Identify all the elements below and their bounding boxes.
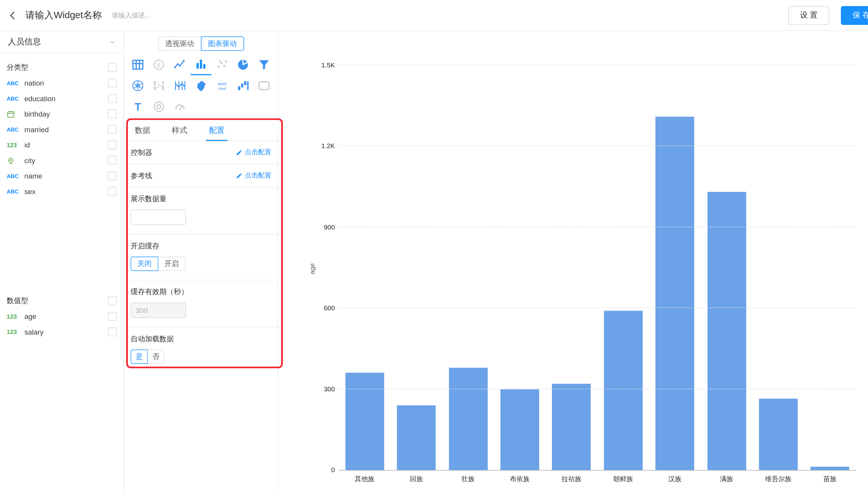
section-checkbox[interactable] [108, 63, 117, 72]
location-pin-icon [7, 156, 24, 165]
iframe-chart-icon[interactable] [253, 75, 274, 96]
field-label: name [24, 172, 42, 180]
svg-text:8: 8 [157, 62, 161, 68]
string-type-icon: ABC [7, 95, 24, 102]
bar-苗族[interactable] [811, 467, 849, 470]
widget-name-input[interactable]: 请输入Widget名称 [26, 9, 102, 22]
string-type-icon: ABC [7, 189, 24, 195]
bar-slot [442, 66, 494, 470]
gridline [339, 227, 856, 227]
panel-tabs: 数据 样式 配置 [124, 121, 278, 141]
field-salary[interactable]: 123 salary [0, 324, 124, 339]
field-checkbox[interactable] [108, 110, 117, 118]
tab-style[interactable]: 样式 [161, 121, 198, 141]
field-label: salary [24, 327, 44, 336]
field-checkbox[interactable] [108, 327, 117, 336]
field-checkbox[interactable] [108, 187, 117, 196]
field-checkbox[interactable] [108, 171, 117, 180]
bar-拉祜族[interactable] [552, 384, 591, 470]
field-id[interactable]: 123 id [0, 137, 124, 153]
x-tick-label: 回族 [390, 474, 442, 484]
autoload-no-button[interactable]: 否 [148, 350, 164, 364]
bar-slot [339, 66, 390, 470]
x-tick-label: 朝鲜族 [597, 474, 649, 484]
tab-config[interactable]: 配置 [198, 121, 235, 141]
field-checkbox[interactable] [108, 94, 117, 103]
section-checkbox[interactable] [108, 296, 117, 305]
map-chart-icon[interactable] [190, 75, 212, 96]
dualaxis-chart-icon[interactable] [169, 96, 190, 117]
line-chart-icon[interactable] [169, 54, 190, 75]
reference-configure-link[interactable]: 点击配置 [236, 171, 271, 180]
number-type-icon: 123 [7, 328, 24, 335]
field-label: id [24, 141, 30, 149]
number-type-icon: 123 [7, 313, 24, 320]
back-button[interactable] [0, 0, 26, 31]
tab-data[interactable]: 数据 [124, 121, 161, 141]
scorecard-chart-icon[interactable]: 8 [148, 54, 169, 75]
pivot-mode-button[interactable]: 透视驱动 [158, 36, 201, 51]
string-type-icon: ABC [7, 80, 24, 86]
bar-朝鲜族[interactable] [604, 311, 642, 470]
field-label: nation [24, 79, 44, 87]
field-name[interactable]: ABC name [0, 168, 124, 183]
bar-维吾尔族[interactable] [759, 398, 798, 470]
bar-汉族[interactable] [655, 117, 694, 470]
autoload-yes-button[interactable]: 是 [131, 350, 148, 364]
bar-回族[interactable] [397, 405, 436, 470]
field-education[interactable]: ABC education [0, 91, 124, 106]
field-sex[interactable]: ABC sex [0, 183, 124, 199]
richtext-chart-icon[interactable]: T [127, 96, 148, 117]
chart-mode-button[interactable]: 图表驱动 [201, 36, 244, 51]
controller-configure-link[interactable]: 点击配置 [236, 147, 271, 157]
display-limit-input[interactable] [131, 209, 186, 225]
field-age[interactable]: 123 age [0, 309, 124, 324]
sankey-chart-icon[interactable] [148, 75, 169, 96]
field-checkbox[interactable] [108, 79, 117, 87]
reference-line-label: 参考线 [131, 171, 153, 180]
x-tick-label: 满族 [701, 474, 753, 484]
bar-chart-icon[interactable] [190, 54, 212, 75]
bar-布依族[interactable] [500, 389, 539, 470]
table-chart-icon[interactable] [127, 54, 148, 75]
bar-slot [390, 66, 442, 470]
gauge-chart-icon[interactable] [148, 96, 169, 117]
cache-off-button[interactable]: 关闭 [131, 257, 159, 271]
bar-slot [804, 66, 856, 470]
chevron-left-icon [8, 10, 18, 20]
field-nation[interactable]: ABC nation [0, 75, 124, 91]
cache-toggle: 关闭 开启 [131, 257, 271, 271]
field-checkbox[interactable] [108, 125, 117, 134]
field-checkbox[interactable] [108, 156, 117, 165]
cache-on-button[interactable]: 开启 [158, 257, 185, 271]
display-limit-group: 展示数据量 [124, 187, 278, 234]
field-checkbox[interactable] [108, 141, 117, 149]
chevron-down-icon [109, 38, 116, 45]
waterfall-chart-icon[interactable] [232, 75, 253, 96]
funnel-chart-icon[interactable] [253, 54, 274, 75]
configure-link-text: 点击配置 [245, 171, 271, 180]
chart-canvas: age 其他族回族壮族布依族拉祜族朝鲜族汉族满族维吾尔族苗族 030060090… [278, 31, 868, 491]
bar-壮族[interactable] [449, 368, 487, 470]
controller-label: 控制器 [131, 147, 153, 157]
section-spacer [0, 199, 124, 293]
wordcloud-chart-icon[interactable]: wordcloud [212, 75, 233, 96]
dataset-selector[interactable]: 人员信息 [0, 31, 124, 53]
scatter-chart-icon[interactable] [212, 54, 233, 75]
bar-满族[interactable] [707, 192, 746, 470]
pie-chart-icon[interactable] [232, 54, 253, 75]
field-birthday[interactable]: birthday [0, 106, 124, 122]
description-input[interactable] [112, 11, 206, 19]
bar-其他族[interactable] [345, 373, 384, 470]
settings-button[interactable]: 设 置 [788, 6, 829, 25]
field-checkbox[interactable] [108, 312, 117, 321]
svg-text:word: word [217, 82, 226, 86]
y-tick-label: 300 [296, 385, 335, 393]
radar-chart-icon[interactable] [127, 75, 148, 96]
save-button[interactable]: 保 存 [841, 6, 868, 25]
cache-expire-input[interactable] [131, 302, 186, 318]
field-city[interactable]: city [0, 153, 124, 168]
parallel-chart-icon[interactable] [169, 75, 190, 96]
number-type-icon: 123 [7, 141, 24, 148]
field-married[interactable]: ABC married [0, 122, 124, 137]
